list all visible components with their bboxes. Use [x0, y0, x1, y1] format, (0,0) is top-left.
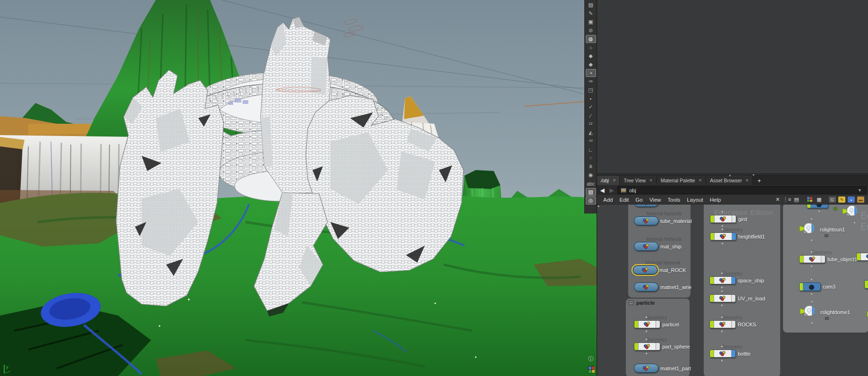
render-flag[interactable]: [821, 256, 825, 263]
node-UV_re_load[interactable]: UV_re_load: [709, 294, 765, 302]
matnet-node-body[interactable]: [634, 364, 658, 373]
material-paint-icon[interactable]: ✑: [586, 77, 596, 85]
gallery-box-icon[interactable]: ▬: [857, 197, 864, 203]
geometry-node-body[interactable]: [799, 255, 826, 263]
node-output-dot[interactable]: [810, 293, 813, 295]
camera-node-body[interactable]: ⬤: [799, 282, 821, 291]
node-body-middle[interactable]: [860, 253, 868, 260]
view-pin-icon[interactable]: ◎: [586, 197, 596, 205]
node-input-dot[interactable]: [721, 345, 723, 348]
lightbulb-icon[interactable]: ○: [586, 43, 596, 51]
node-particel[interactable]: Geometryparticel: [634, 320, 679, 328]
camera-node-body[interactable]: ⬤: [864, 280, 868, 289]
display-flag-green[interactable]: [857, 253, 860, 260]
light-node-body[interactable]: [800, 305, 818, 320]
display-flag-green[interactable]: [865, 281, 868, 288]
node-partial[interactable]: [856, 253, 868, 261]
sticky-note-icon[interactable]: ✎: [838, 197, 845, 203]
matnet-node-body[interactable]: [634, 242, 658, 251]
node-input-dot[interactable]: [721, 272, 723, 274]
geometry-node-body[interactable]: [710, 232, 736, 240]
new-tab-button[interactable]: +: [753, 176, 765, 185]
geometry-node-body[interactable]: [709, 276, 736, 284]
node-output-dot[interactable]: [810, 265, 813, 267]
render-flag[interactable]: [656, 343, 660, 350]
node-bottle[interactable]: Geometrybottle: [709, 350, 750, 358]
node-part_sphere[interactable]: Geometrypart_sphere: [634, 342, 690, 350]
tab--obj[interactable]: /obj✕: [597, 176, 620, 185]
forward-arrow-icon[interactable]: ▶: [608, 187, 615, 194]
headlight-sphere-icon[interactable]: ◍: [586, 35, 596, 43]
geometry-node-body[interactable]: [709, 294, 736, 302]
render-flag[interactable]: [732, 233, 736, 240]
pin-shadow-icon[interactable]: ◆: [586, 60, 596, 68]
geometry-node-body[interactable]: [710, 215, 736, 223]
node-body-middle[interactable]: [714, 321, 732, 328]
node-tube_material[interactable]: Material Networktube_material: [634, 216, 692, 225]
node-body-middle[interactable]: [714, 233, 732, 240]
image-plane-icon[interactable]: ▧: [586, 188, 596, 196]
lights-off-icon[interactable]: ⊘: [586, 26, 596, 34]
splitter-grip[interactable]: ·······: [733, 174, 747, 178]
node-output-dot[interactable]: [645, 352, 648, 355]
tab-close-icon[interactable]: ✕: [649, 178, 653, 183]
node-gird[interactable]: gird: [710, 215, 747, 223]
node-matnet1_wrie[interactable]: matnet1_wrie: [634, 282, 691, 291]
node-cam3[interactable]: ⬤cam3: [799, 282, 835, 291]
node-body-middle[interactable]: [638, 321, 656, 328]
brush-icon[interactable]: ✓: [586, 103, 596, 111]
splitter-up-arrow[interactable]: ▲: [728, 173, 732, 177]
pane-splitter[interactable]: ▲ ······· ▼: [597, 173, 868, 176]
node-body-middle[interactable]: [714, 277, 732, 284]
node-output-dot[interactable]: [721, 359, 723, 362]
node-rslightsun1[interactable]: rslightsun1: [799, 222, 845, 237]
node-mat_ship[interactable]: Material Networkmat_ship: [634, 242, 682, 251]
node-partial[interactable]: ⬤: [864, 280, 868, 289]
node-output-dot[interactable]: [721, 286, 723, 289]
node-output-dot[interactable]: [721, 330, 723, 333]
display-flag-green[interactable]: [710, 277, 714, 284]
matnet-node-body[interactable]: [634, 205, 658, 207]
image-view-icon[interactable]: ◒: [848, 197, 855, 203]
vector-display-icon[interactable]: ⋔: [586, 162, 596, 171]
display-flag-green[interactable]: [800, 283, 803, 291]
render-flag[interactable]: [732, 295, 735, 302]
info-icon[interactable]: ⓘ: [588, 355, 594, 363]
node-output-dot[interactable]: [721, 304, 723, 307]
geometry-node-body[interactable]: [634, 320, 660, 328]
display-flag-green[interactable]: [710, 233, 714, 240]
menu-add[interactable]: Add: [600, 196, 616, 204]
dotted-grid-icon[interactable]: ▦: [816, 197, 823, 203]
display-flag-green[interactable]: [710, 321, 714, 328]
menu-layout[interactable]: Layout: [683, 196, 707, 204]
node-input-dot[interactable]: [721, 316, 723, 318]
node-ROCKS[interactable]: GeometryROCKS: [709, 320, 756, 328]
camera-node-body[interactable]: ⬤: [807, 205, 828, 208]
shaded-display-icon[interactable]: ◔: [586, 69, 596, 77]
node-output-dot[interactable]: [853, 222, 856, 224]
menu-edit[interactable]: Edit: [616, 196, 632, 204]
splitter-down-arrow[interactable]: ▼: [752, 173, 755, 177]
floating-panel-icon[interactable]: ◱: [829, 197, 836, 203]
parameters-pane[interactable]: [597, 0, 868, 173]
point-normals-icon[interactable]: ◭: [586, 128, 596, 137]
origin-display-icon[interactable]: ◉: [586, 171, 596, 179]
node-output-dot[interactable]: [645, 330, 648, 333]
snapshot-icon[interactable]: ✎: [586, 9, 596, 17]
tab-tree-view[interactable]: Tree View✕: [620, 176, 657, 185]
node-partial[interactable]: [634, 205, 658, 207]
tab-close-icon[interactable]: ✕: [612, 178, 616, 183]
display-flag-green[interactable]: [710, 350, 714, 357]
menu-view[interactable]: View: [646, 196, 665, 204]
node-heightfield1[interactable]: Geometryheightfield1: [710, 232, 765, 240]
netbox-header[interactable]: −particle: [626, 299, 690, 307]
light-node-body[interactable]: [842, 205, 861, 220]
point-numbers-icon[interactable]: ¹²: [586, 120, 596, 128]
group-marquee-icon[interactable]: ⁘: [586, 154, 596, 162]
display-flag-green[interactable]: [800, 256, 803, 263]
matnet-node-body[interactable]: [634, 282, 658, 291]
node-output-dot[interactable]: [818, 210, 820, 213]
scene-viewport[interactable]: y ▨✎▣⊘◍○◆◆◔✑◳•✓∕¹²◭⁴²∟⁘⋔◉abc▧◎ ⓘ: [0, 0, 597, 376]
render-flag[interactable]: [732, 321, 735, 328]
matnet-node-body[interactable]: [633, 265, 657, 274]
